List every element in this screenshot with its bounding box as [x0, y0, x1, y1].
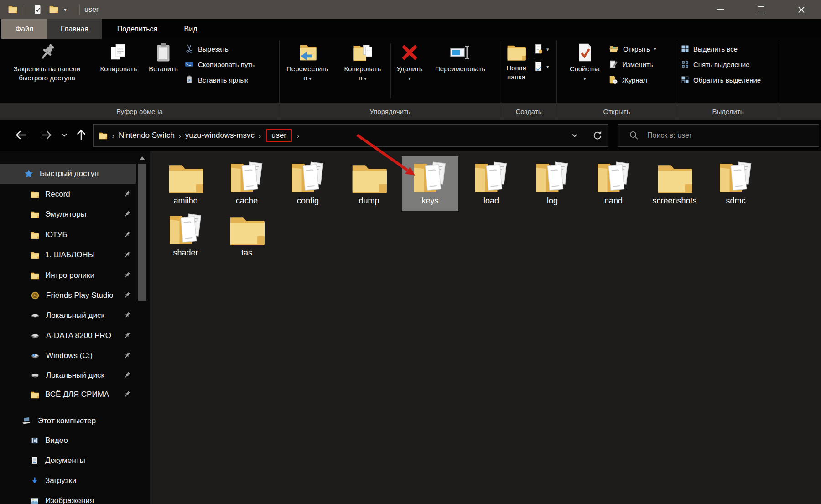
copy-button[interactable]: Копировать	[95, 42, 142, 73]
delete-button[interactable]: Удалить ▾	[393, 42, 426, 83]
rename-icon	[448, 42, 472, 63]
folder-tile-log[interactable]: log	[524, 156, 581, 211]
sidebar-item-local-disk-2[interactable]: Локальный диск	[0, 365, 136, 385]
pin-icon	[123, 291, 131, 299]
refresh-icon[interactable]	[592, 130, 603, 141]
folder-tile-dump[interactable]: dump	[341, 156, 397, 211]
folder-with-files-icon	[533, 158, 572, 197]
history-icon	[608, 75, 618, 85]
copy-to-button[interactable]: Копировать в ▾	[338, 42, 388, 83]
sidebar-item-templates[interactable]: 1. ШАБЛОНЫ	[0, 245, 136, 265]
folder-tile-shader[interactable]: shader	[157, 208, 214, 263]
new-item-button[interactable]: ▾	[533, 43, 549, 55]
delete-x-icon	[399, 42, 420, 63]
sidebar-item-this-pc[interactable]: Этот компьютер	[0, 411, 136, 431]
search-box[interactable]	[618, 124, 819, 147]
sidebar-item-pictures[interactable]: Изображения	[0, 491, 136, 504]
paste-button[interactable]: Вставить	[145, 42, 182, 73]
sidebar-item-quick-access[interactable]: Быстрый доступ	[0, 164, 136, 184]
invert-selection-button[interactable]: Обратить выделение	[681, 73, 761, 87]
open-button[interactable]: Открыть ▾	[608, 42, 656, 56]
recent-locations-icon[interactable]	[59, 130, 69, 140]
pin-icon	[123, 371, 131, 379]
sidebar-item-record[interactable]: Record	[0, 184, 136, 204]
new-folder-button[interactable]: Новая папка	[502, 42, 531, 82]
sidebar-item-vse-dlya-srima[interactable]: ВСЁ ДЛЯ СРИМА	[0, 384, 136, 405]
folder-tile-keys-selected[interactable]: keys	[402, 156, 458, 211]
properties-button[interactable]: Свойства ▾	[566, 42, 603, 83]
select-none-button[interactable]: Снять выделение	[681, 57, 750, 71]
tab-file[interactable]: Файл	[1, 19, 47, 39]
folder-tile-sdmc[interactable]: sdmc	[707, 156, 764, 211]
sidebar-item-local-disk-1[interactable]: Локальный диск	[0, 306, 136, 326]
close-button[interactable]	[781, 0, 821, 19]
qat-customize-icon[interactable]: ▾	[64, 6, 67, 13]
scrollbar-up-icon[interactable]	[140, 156, 145, 160]
maximize-button[interactable]	[741, 0, 781, 19]
breadcrumb-nintendo-switch[interactable]: Nintendo Switch	[119, 131, 175, 140]
history-label: Журнал	[622, 76, 647, 84]
qat-properties-icon[interactable]	[33, 4, 43, 15]
folder-icon	[166, 158, 205, 197]
folder-tile-config[interactable]: config	[280, 156, 336, 211]
pin-icon	[123, 332, 131, 339]
address-folder-icon	[98, 131, 108, 140]
tab-view[interactable]: Вид	[176, 19, 205, 39]
rename-button[interactable]: Переименовать	[428, 42, 493, 73]
folder-tile-amiibo[interactable]: amiibo	[157, 156, 214, 211]
copy-path-button[interactable]: Скопировать путь	[184, 57, 255, 71]
window-title: user	[84, 0, 99, 19]
tab-share[interactable]: Поделиться	[108, 19, 167, 39]
history-button[interactable]: Журнал	[608, 73, 647, 87]
select-all-label: Выделить все	[693, 45, 738, 53]
select-all-button[interactable]: Выделить все	[681, 42, 738, 56]
dropdown-icon: ▾	[583, 76, 586, 81]
address-bar[interactable]: › Nintendo Switch › yuzu-windows-msvc › …	[93, 124, 608, 147]
folder-tile-tas[interactable]: tas	[218, 208, 275, 263]
folder-with-files-icon	[472, 158, 511, 197]
minimize-icon	[717, 9, 724, 10]
tab-home[interactable]: Главная	[47, 19, 102, 39]
scrollbar-thumb[interactable]	[138, 164, 146, 301]
search-icon	[628, 130, 640, 141]
search-input[interactable]	[646, 131, 799, 140]
copy-path-label: Скопировать путь	[198, 61, 255, 68]
folder-tile-nand[interactable]: nand	[585, 156, 642, 211]
paste-shortcut-label: Вставить ярлык	[198, 76, 248, 84]
edit-button[interactable]: Изменить	[608, 57, 653, 71]
edit-icon	[608, 59, 618, 69]
breadcrumb-user-highlighted[interactable]: user	[266, 129, 292, 142]
sidebar-item-friends-play-studio[interactable]: Friends Play Studio	[0, 286, 136, 306]
move-to-button[interactable]: Переместить в ▾	[283, 42, 332, 83]
forward-icon[interactable]	[39, 128, 54, 142]
navigation-pane: Быстрый доступ Record Эмуляторы ЮТУБ 1. …	[0, 151, 150, 504]
qat-new-folder-icon[interactable]	[48, 4, 59, 14]
select-none-label: Снять выделение	[693, 61, 750, 68]
sidebar-item-youtube[interactable]: ЮТУБ	[0, 225, 136, 245]
folder-tile-load[interactable]: load	[463, 156, 520, 211]
cut-button[interactable]: Вырезать	[184, 42, 229, 56]
sidebar-item-windows-c[interactable]: Windows (C:)	[0, 346, 136, 366]
sidebar-item-downloads[interactable]: Загрузки	[0, 471, 136, 491]
group-label-clipboard: Буфер обмена	[0, 105, 279, 119]
up-icon[interactable]	[74, 128, 88, 142]
sidebar-item-adata-drive[interactable]: A-DATA 8200 PRO	[0, 326, 136, 346]
folder-tile-cache[interactable]: cache	[218, 156, 275, 211]
sidebar-item-documents[interactable]: Документы	[0, 451, 136, 471]
minimize-button[interactable]	[701, 0, 741, 19]
breadcrumb-yuzu-windows-msvc[interactable]: yuzu-windows-msvc	[185, 131, 255, 140]
sidebar-item-emulators[interactable]: Эмуляторы	[0, 204, 136, 224]
pin-to-quick-access-button[interactable]: Закрепить на панели быстрого доступа	[5, 42, 89, 83]
sidebar-item-videos[interactable]: Видео	[0, 431, 136, 451]
scissors-icon	[184, 44, 194, 54]
paste-shortcut-button[interactable]: Вставить ярлык	[184, 73, 248, 87]
back-icon[interactable]	[14, 128, 28, 142]
address-dropdown-icon[interactable]	[570, 131, 580, 140]
new-folder-label-line1: Новая	[502, 63, 531, 73]
titlebar: ▾ user	[0, 0, 821, 19]
paste-label: Вставить	[145, 64, 182, 73]
folder-tile-screenshots[interactable]: screenshots	[646, 156, 703, 211]
sidebar-item-intro-videos[interactable]: Интро ролики	[0, 265, 136, 286]
easy-access-button[interactable]: ▾	[533, 61, 549, 73]
copy-to-label: Копировать	[338, 64, 388, 73]
